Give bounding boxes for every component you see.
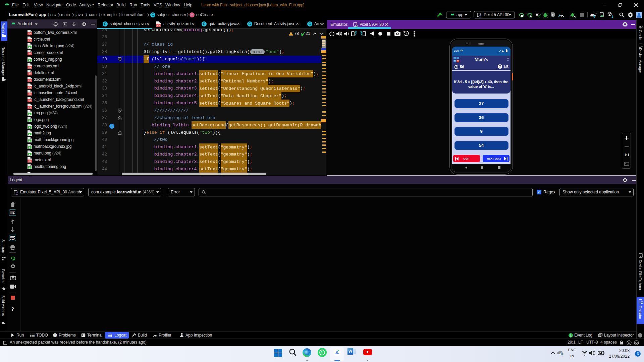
svg-text:A: A — [530, 15, 532, 17]
